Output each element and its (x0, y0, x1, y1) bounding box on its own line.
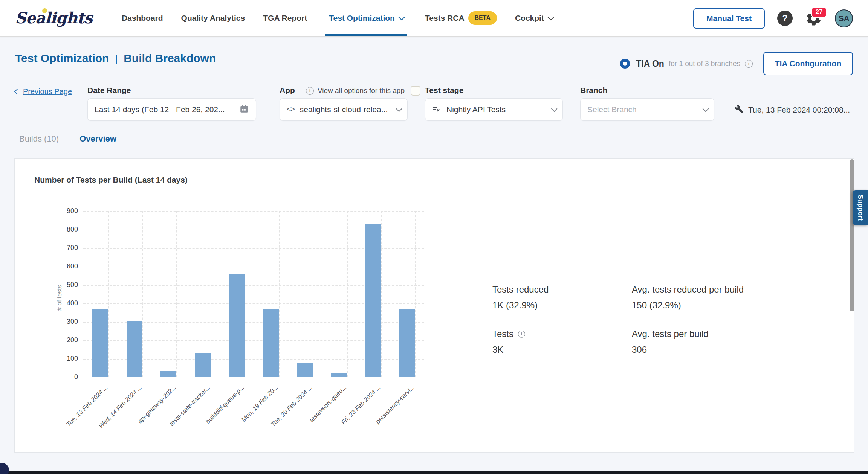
horizontal-gridline (83, 211, 424, 212)
nav-label: TGA Report (263, 14, 307, 23)
stat-value: 1K (32.9%) (492, 300, 549, 311)
sealights-logo[interactable]: Sealights (15, 9, 92, 27)
stat-value: 306 (632, 344, 709, 355)
stat-value: 150 (32.9%) (632, 300, 744, 311)
chevron-down-icon (399, 14, 405, 20)
x-axis-labels: Tue, 13 Feb 2024 ...Wed, 14 Feb 2024 ...… (83, 380, 424, 436)
y-tick-label: 400 (55, 299, 78, 307)
tia-info-icon[interactable]: i (745, 60, 753, 68)
stat-label: Tests reduced (492, 284, 549, 295)
tab-overview[interactable]: Overview (79, 134, 116, 144)
view-all-options-checkbox[interactable] (411, 86, 420, 96)
previous-page-label: Previous Page (23, 87, 72, 96)
vertical-gridline (415, 211, 416, 377)
help-icon[interactable]: ? (777, 11, 793, 26)
app-root: Sealights Dashboard Quality Analytics TG… (0, 0, 868, 474)
y-tick-label: 800 (55, 226, 78, 233)
vertical-gridline (313, 211, 313, 377)
tia-branches-detail: for 1 out of 3 branches (669, 59, 740, 68)
nav-label: Dashboard (122, 14, 163, 23)
date-range-select[interactable]: Last 14 days (Feb 12 - Feb 26, 202... (87, 98, 256, 121)
app-info-icon[interactable]: i (306, 87, 314, 95)
tia-configuration-button[interactable]: TIA Configuration (763, 52, 853, 75)
topbar-right-cluster: Manual Test ? 27 SA (693, 0, 853, 37)
stat-tests: Tests i 3K (492, 329, 525, 355)
vertical-gridline (347, 211, 348, 377)
chevron-down-icon (548, 14, 554, 20)
vertical-gridline (381, 211, 382, 377)
app-view-all-options: i View all options for this app (301, 86, 420, 96)
chat-widget-corner (0, 463, 9, 474)
tia-toggle-radio[interactable] (620, 59, 630, 69)
date-range-label: Date Range (87, 86, 131, 95)
vertical-scrollbar-thumb[interactable] (850, 159, 854, 311)
nav-item-test-optimization[interactable]: Test Optimization (325, 0, 407, 36)
tests-info-icon[interactable]: i (518, 331, 525, 338)
chart-bar[interactable] (229, 274, 245, 377)
chart-title: Number of Tests per Build (Last 14 days) (34, 175, 188, 184)
app-select[interactable]: <> sealights-sl-cloud-relea... (280, 98, 408, 121)
x-axis-category-label: Mon, 19 Feb 20... (240, 384, 280, 423)
support-tab[interactable]: Support (853, 190, 868, 225)
test-stage-label: Test stage (425, 86, 463, 95)
nav-item-quality-analytics[interactable]: Quality Analytics (181, 0, 245, 36)
bar-chart-plot (83, 211, 424, 377)
chart-bar[interactable] (297, 363, 313, 377)
app-label: App (280, 86, 295, 95)
date-range-value: Last 14 days (Feb 12 - Feb 26, 202... (95, 105, 239, 114)
chart-bar[interactable] (263, 309, 279, 377)
vertical-gridline (176, 211, 177, 377)
chart-bar[interactable] (127, 321, 142, 377)
tab-builds[interactable]: Builds (10) (19, 134, 59, 144)
nav-item-cockpit[interactable]: Cockpit (515, 0, 552, 36)
stat-value: 3K (492, 344, 525, 355)
nav-label: Cockpit (515, 14, 544, 23)
chevron-down-icon (551, 105, 558, 112)
bottom-window-edge (0, 471, 868, 474)
chart-bar[interactable] (331, 373, 347, 377)
title-separator: | (115, 53, 118, 64)
vertical-gridline (245, 211, 245, 377)
content-tabs: Builds (10) Overview (19, 134, 116, 144)
logo-lightbulb-dot (42, 8, 47, 13)
y-tick-label: 500 (55, 281, 78, 289)
settings-gear-icon[interactable]: 27 (805, 10, 822, 27)
top-navigation-bar: Sealights Dashboard Quality Analytics TG… (0, 0, 868, 37)
chart-bar[interactable] (399, 309, 415, 377)
vertical-gridline (108, 211, 109, 377)
logo-text: Sealights (15, 9, 92, 27)
active-tab-underline (325, 34, 407, 36)
chevron-down-icon (703, 105, 709, 112)
calendar-icon (239, 104, 249, 116)
tia-status-text: TIA On (636, 59, 664, 69)
stat-tests-reduced: Tests reduced 1K (32.9%) (492, 284, 549, 311)
y-tick-label: 0 (55, 373, 78, 381)
tia-status-row: TIA On for 1 out of 3 branches i TIA Con… (620, 52, 853, 75)
chart-bar[interactable] (160, 371, 176, 377)
vertical-gridline (142, 211, 143, 377)
y-tick-label: 200 (55, 336, 78, 344)
x-axis-category-label: testevents-queu... (308, 384, 348, 424)
stat-label: Tests (492, 329, 513, 339)
branch-label: Branch (580, 86, 607, 95)
nav-item-tga-report[interactable]: TGA Report (263, 0, 307, 36)
main-nav: Dashboard Quality Analytics TGA Report T… (122, 0, 552, 36)
build-time-value: Tue, 13 Feb 2024 00:20:08... (748, 105, 850, 114)
branch-select[interactable]: Select Branch (580, 98, 714, 121)
chevron-left-icon (14, 89, 20, 95)
manual-test-button[interactable]: Manual Test (693, 8, 765, 29)
chart-bar[interactable] (365, 224, 381, 377)
nav-item-dashboard[interactable]: Dashboard (122, 0, 163, 36)
nav-item-tests-rca[interactable]: Tests RCA BETA (425, 0, 497, 36)
test-stage-value: Nightly API Tests (446, 105, 546, 114)
previous-page-link[interactable]: Previous Page (15, 87, 72, 96)
notifications-badge: 27 (811, 7, 827, 18)
stat-label: Avg. tests per build (632, 329, 709, 339)
code-brackets-icon: <> (287, 105, 295, 114)
chart-bar[interactable] (92, 309, 108, 377)
page-title-row: Test Optimization | Build Breakdown (15, 52, 216, 65)
chart-bar[interactable] (195, 353, 211, 377)
stat-avg-tests: Avg. tests per build 306 (632, 329, 709, 355)
user-avatar[interactable]: SA (835, 9, 853, 27)
test-stage-select[interactable]: Nightly API Tests (425, 98, 563, 121)
